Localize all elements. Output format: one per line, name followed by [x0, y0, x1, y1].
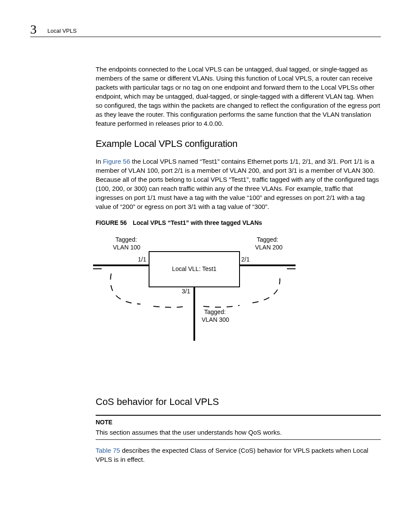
tag3b: VLAN 300 — [202, 316, 229, 323]
para2-post: the Local VPLS named “Test1” contains Et… — [96, 158, 379, 210]
figure-caption: FIGURE 56Local VPLS “Test1” with three t… — [96, 219, 381, 227]
chapter-number: 3 — [30, 20, 37, 38]
tag3a: Tagged: — [204, 308, 226, 315]
note-block: NOTE This section assumes that the user … — [96, 418, 381, 440]
chapter-header-title: Local VPLS — [47, 27, 77, 35]
port3: 3/1 — [182, 288, 190, 295]
tag2a: Tagged: — [257, 236, 278, 243]
note-label: NOTE — [96, 418, 381, 427]
box-text: Local VLL: Test1 — [172, 265, 216, 272]
intro-paragraph: The endpoints connected to the Local VPL… — [96, 65, 381, 128]
tag1a: Tagged: — [115, 236, 137, 243]
main-content: The endpoints connected to the Local VPL… — [96, 24, 381, 464]
figure-56-link[interactable]: Figure 56 — [103, 158, 130, 165]
example-paragraph: In Figure 56 the Local VPLS named “Test1… — [96, 157, 381, 211]
heading-cos-behavior: CoS behavior for Local VPLS — [96, 395, 381, 409]
table-75-link[interactable]: Table 75 — [96, 447, 120, 454]
section-separator — [96, 415, 381, 416]
page-header: 3 Local VPLS — [30, 24, 381, 37]
tag2b: VLAN 200 — [255, 244, 283, 251]
note-text: This section assumes that the user under… — [96, 428, 381, 437]
tag1b: VLAN 100 — [113, 244, 140, 251]
port2: 2/1 — [241, 256, 250, 263]
figure-diagram: Tagged: VLAN 100 Tagged: VLAN 200 1/1 2/… — [93, 229, 381, 343]
figure-caption-text: Local VPLS “Test1” with three tagged VLA… — [133, 219, 262, 226]
para3-post: describes the expected Class of Service … — [96, 447, 368, 463]
figure-label: FIGURE 56 — [96, 219, 127, 226]
heading-example-config: Example Local VPLS configuration — [96, 137, 381, 151]
port1: 1/1 — [138, 256, 146, 263]
para2-pre: In — [96, 158, 103, 165]
table-ref-paragraph: Table 75 describes the expected Class of… — [96, 446, 381, 464]
